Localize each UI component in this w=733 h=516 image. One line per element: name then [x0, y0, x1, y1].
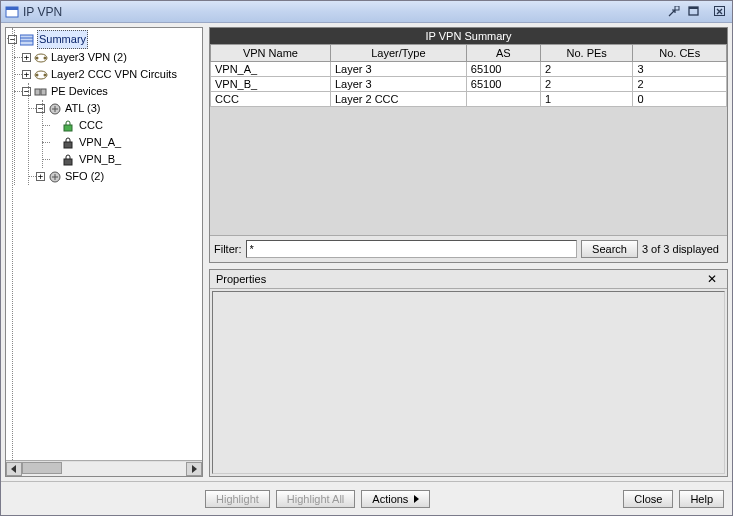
scroll-right-icon[interactable]	[186, 462, 202, 476]
close-icon[interactable]	[712, 5, 728, 19]
cell: 3	[633, 62, 727, 77]
right-panel: IP VPN Summary VPN Name Layer/Type AS No…	[209, 27, 728, 477]
actions-label: Actions	[372, 493, 408, 505]
svg-rect-6	[20, 35, 33, 45]
tree-scrollbar[interactable]	[6, 460, 202, 476]
filter-label: Filter:	[214, 243, 242, 255]
col-vpn-name[interactable]: VPN Name	[211, 45, 331, 62]
expander-none	[50, 121, 59, 130]
svg-rect-16	[41, 89, 46, 95]
svg-rect-20	[64, 159, 72, 165]
table-header-row: VPN Name Layer/Type AS No. PEs No. CEs	[211, 45, 727, 62]
tree-label: VPN_B_	[79, 151, 121, 168]
expander-plus-icon[interactable]: +	[22, 70, 31, 79]
table-row[interactable]: VPN_B_ Layer 3 65100 2 2	[211, 77, 727, 92]
expander-none	[50, 138, 59, 147]
summary-grid[interactable]: VPN Name Layer/Type AS No. PEs No. CEs V…	[210, 44, 727, 235]
expander-minus-icon[interactable]: −	[8, 35, 17, 44]
tree-label: SFO (2)	[65, 168, 104, 185]
col-layer-type[interactable]: Layer/Type	[330, 45, 466, 62]
maximize-icon[interactable]	[686, 5, 702, 19]
tree-node-atl[interactable]: − ATL (3)	[36, 100, 202, 117]
tree-node-vpn-a[interactable]: VPN_A_	[50, 134, 202, 151]
summary-table-panel: IP VPN Summary VPN Name Layer/Type AS No…	[209, 27, 728, 263]
expander-plus-icon[interactable]: +	[22, 53, 31, 62]
lock-green-icon	[62, 120, 76, 132]
tree-node-summary[interactable]: − Summary	[8, 30, 202, 49]
cell: Layer 2 CCC	[330, 92, 466, 107]
summary-table: VPN Name Layer/Type AS No. PEs No. CEs V…	[210, 44, 727, 107]
table-row[interactable]: CCC Layer 2 CCC 1 0	[211, 92, 727, 107]
col-no-pes[interactable]: No. PEs	[540, 45, 632, 62]
ip-vpn-window: IP VPN − Summ	[0, 0, 733, 516]
svg-rect-19	[64, 142, 72, 148]
cell: 2	[633, 77, 727, 92]
tree-label: Layer2 CCC VPN Circuits	[51, 66, 177, 83]
lock-icon	[62, 137, 76, 149]
cell: 65100	[466, 77, 540, 92]
tree-node-ccc[interactable]: CCC	[50, 117, 202, 134]
close-button[interactable]: Close	[623, 490, 673, 508]
lock-icon	[62, 154, 76, 166]
table-row[interactable]: VPN_A_ Layer 3 65100 2 3	[211, 62, 727, 77]
expander-minus-icon[interactable]: −	[22, 87, 31, 96]
svg-point-10	[36, 56, 39, 59]
svg-point-13	[36, 73, 39, 76]
highlight-button[interactable]: Highlight	[205, 490, 270, 508]
filter-status: 3 of 3 displayed	[642, 243, 723, 255]
properties-body	[212, 291, 725, 474]
tree-label: Layer3 VPN (2)	[51, 49, 127, 66]
router-icon	[48, 103, 62, 115]
tree-node-layer3[interactable]: + Layer3 VPN (2)	[22, 49, 202, 66]
expander-plus-icon[interactable]: +	[36, 172, 45, 181]
cell: VPN_B_	[211, 77, 331, 92]
cell: CCC	[211, 92, 331, 107]
cell: 0	[633, 92, 727, 107]
tree-node-pe[interactable]: − PE Devices	[22, 83, 202, 100]
col-as[interactable]: AS	[466, 45, 540, 62]
svg-rect-18	[64, 125, 72, 131]
detach-icon[interactable]	[666, 5, 682, 19]
tree-panel: − Summary +	[5, 27, 203, 477]
cell: 1	[540, 92, 632, 107]
svg-rect-1	[6, 7, 18, 10]
col-no-ces[interactable]: No. CEs	[633, 45, 727, 62]
titlebar: IP VPN	[1, 1, 732, 23]
actions-button[interactable]: Actions	[361, 490, 430, 508]
filter-bar: Filter: Search 3 of 3 displayed	[210, 235, 727, 262]
tree[interactable]: − Summary +	[6, 28, 202, 460]
cell: 2	[540, 62, 632, 77]
window-icon	[5, 5, 19, 19]
summary-icon	[20, 34, 34, 46]
expander-minus-icon[interactable]: −	[36, 104, 45, 113]
scroll-track[interactable]	[22, 462, 186, 476]
highlight-all-button[interactable]: Highlight All	[276, 490, 355, 508]
tree-label: VPN_A_	[79, 134, 121, 151]
tree-label: ATL (3)	[65, 100, 100, 117]
tree-label: PE Devices	[51, 83, 108, 100]
cell: Layer 3	[330, 62, 466, 77]
search-button[interactable]: Search	[581, 240, 638, 258]
window-title: IP VPN	[23, 5, 662, 19]
svg-point-11	[44, 56, 47, 59]
tree-node-vpn-b[interactable]: VPN_B_	[50, 151, 202, 168]
tree-label: CCC	[79, 117, 103, 134]
properties-close-icon[interactable]: ✕	[703, 272, 721, 286]
cell: 2	[540, 77, 632, 92]
help-button[interactable]: Help	[679, 490, 724, 508]
properties-panel: Properties ✕	[209, 269, 728, 477]
tree-node-sfo[interactable]: + SFO (2)	[36, 168, 202, 185]
scroll-thumb[interactable]	[22, 462, 62, 474]
properties-title: Properties	[216, 273, 266, 285]
cell	[466, 92, 540, 107]
tree-node-layer2[interactable]: + Layer2 CCC VPN Circuits	[22, 66, 202, 83]
cell: VPN_A_	[211, 62, 331, 77]
properties-header: Properties ✕	[210, 270, 727, 289]
expander-none	[50, 155, 59, 164]
table-title: IP VPN Summary	[210, 28, 727, 44]
router-icon	[48, 171, 62, 183]
filter-input[interactable]	[246, 240, 578, 258]
devices-icon	[34, 86, 48, 98]
scroll-left-icon[interactable]	[6, 462, 22, 476]
dropdown-arrow-icon	[414, 495, 419, 503]
